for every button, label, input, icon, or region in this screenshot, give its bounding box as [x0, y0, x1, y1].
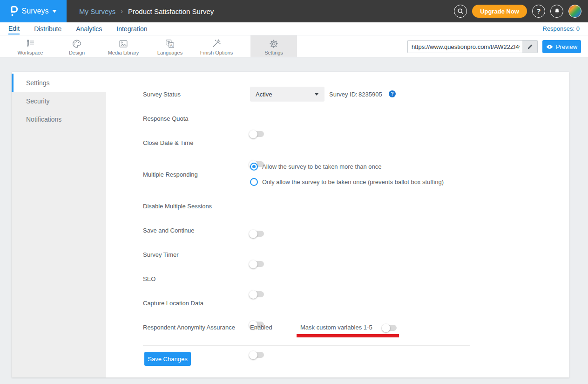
survey-timer-toggle[interactable]: [250, 291, 264, 297]
settings-sidebar: Settings Security Notifications: [12, 72, 106, 377]
sidebar-item-settings[interactable]: Settings: [12, 74, 106, 92]
survey-timer-label: Survey Timer: [143, 251, 179, 258]
pencil-icon: [527, 44, 533, 50]
toolbar-item-media-library[interactable]: Media Library: [100, 35, 147, 57]
toggle-knob: [249, 130, 257, 138]
preview-label: Preview: [556, 43, 577, 50]
tab-distribute[interactable]: Distribute: [34, 23, 61, 34]
toolbar-item-languages[interactable]: A Languages: [147, 35, 193, 57]
settings-icon: [268, 38, 280, 49]
survey-status-value: Active: [256, 91, 272, 98]
edit-toolbar: Workspace Design Media Library: [0, 35, 588, 57]
settings-card: Settings Security Notifications Survey S…: [12, 72, 569, 377]
questionpro-logo-icon: [10, 6, 18, 17]
page-title: Product Satisfaction Survey: [128, 7, 214, 15]
toggle-knob: [249, 351, 257, 359]
app-header: Surveys My Surveys › Product Satisfactio…: [0, 0, 588, 22]
toolbar-label: Design: [69, 50, 85, 55]
product-name: Surveys: [22, 7, 49, 15]
disable-multiple-sessions-toggle[interactable]: [250, 231, 264, 237]
tab-analytics[interactable]: Analytics: [76, 23, 102, 34]
breadcrumb-separator: ›: [121, 7, 123, 15]
toolbar-label: Media Library: [108, 50, 139, 55]
chevron-down-icon: [52, 10, 57, 13]
design-icon: [71, 38, 83, 49]
mask-custom-variables-label: Mask custom variables 1-5: [300, 324, 372, 331]
radio-option-label: Allow the survey to be taken more than o…: [262, 163, 382, 170]
survey-nav: Edit Distribute Analytics Integration Re…: [0, 22, 588, 35]
toolbar-label: Languages: [157, 50, 182, 55]
survey-status-select[interactable]: Active: [250, 87, 324, 102]
toggle-knob: [249, 230, 257, 238]
anonymity-status: Enabled: [250, 324, 272, 331]
sidebar-background: [12, 92, 106, 377]
responses-count[interactable]: Responses: 0: [543, 25, 580, 32]
bell-icon: [554, 7, 561, 15]
red-highlight-bar: [297, 334, 399, 337]
breadcrumb: My Surveys › Product Satisfaction Survey: [79, 7, 214, 15]
workspace-icon: [24, 38, 36, 49]
survey-url-input[interactable]: [408, 43, 522, 50]
finish-options-icon: [210, 38, 223, 49]
capture-location-data-toggle[interactable]: [250, 352, 264, 358]
breadcrumb-my-surveys[interactable]: My Surveys: [79, 7, 115, 15]
sidebar-item-label: Security: [26, 97, 50, 105]
response-quota-label: Response Quota: [143, 115, 189, 122]
multiple-responding-label: Multiple Responding: [143, 171, 198, 178]
radio-option-more-than-once[interactable]: Allow the survey to be taken more than o…: [250, 163, 382, 171]
survey-status-label: Survey Status: [143, 91, 181, 98]
section-divider-secondary: [470, 354, 549, 354]
survey-id-label: Survey ID:: [329, 91, 358, 98]
section-divider: [143, 345, 470, 346]
question-mark-icon: ?: [537, 7, 541, 15]
seo-label: SEO: [143, 275, 155, 282]
search-icon: [457, 7, 464, 15]
edit-url-button[interactable]: [522, 40, 537, 53]
close-date-time-label: Close Date & Time: [143, 139, 193, 146]
radio-checked-icon[interactable]: [250, 163, 258, 171]
sidebar-item-security[interactable]: Security: [12, 92, 106, 110]
help-button[interactable]: ?: [532, 5, 545, 18]
toggle-knob: [382, 324, 390, 332]
toggle-knob: [249, 260, 257, 268]
user-avatar[interactable]: [568, 5, 581, 18]
save-and-continue-toggle[interactable]: [250, 261, 264, 267]
tab-edit[interactable]: Edit: [8, 23, 20, 34]
toolbar-item-finish-options[interactable]: Finish Options: [193, 35, 240, 57]
media-library-icon: [117, 38, 129, 49]
sidebar-item-label: Settings: [26, 79, 50, 87]
save-and-continue-label: Save and Continue: [143, 227, 195, 234]
languages-icon: A: [164, 38, 176, 49]
survey-id-help-icon[interactable]: ?: [389, 90, 396, 97]
preview-button[interactable]: Preview: [542, 40, 581, 53]
radio-option-only-once[interactable]: Only allow the survey to be taken once (…: [250, 178, 444, 186]
notifications-button[interactable]: [550, 5, 563, 18]
toolbar-item-workspace[interactable]: Workspace: [7, 35, 54, 57]
search-button[interactable]: [454, 5, 467, 18]
survey-id-value: 8235905: [358, 91, 382, 98]
toolbar-item-settings[interactable]: Settings: [250, 35, 297, 57]
toolbar-label: Finish Options: [200, 50, 233, 55]
toolbar-label: Settings: [264, 50, 283, 55]
toolbar-label: Workspace: [18, 50, 43, 55]
radio-option-label: Only allow the survey to be taken once (…: [262, 178, 444, 185]
mask-custom-variables-toggle[interactable]: [383, 325, 397, 331]
save-changes-button[interactable]: Save Changes: [144, 352, 191, 366]
toolbar-item-design[interactable]: Design: [54, 35, 100, 57]
product-switcher[interactable]: Surveys: [0, 0, 67, 22]
radio-unchecked-icon[interactable]: [250, 178, 258, 186]
response-quota-toggle[interactable]: [250, 131, 264, 137]
header-actions: Upgrade Now ?: [454, 0, 581, 22]
sidebar-item-label: Notifications: [26, 116, 61, 123]
disable-multiple-sessions-label: Disable Multiple Sessions: [143, 203, 212, 210]
respondent-anonymity-label: Respondent Anonymity Assurance: [143, 324, 235, 331]
svg-text:A: A: [170, 43, 173, 48]
survey-url-field: [407, 40, 538, 53]
toggle-knob: [249, 290, 257, 299]
select-caret-icon: [314, 93, 319, 96]
sidebar-item-notifications[interactable]: Notifications: [12, 110, 106, 128]
capture-location-data-label: Capture Location Data: [143, 300, 203, 307]
tab-integration[interactable]: Integration: [116, 23, 147, 34]
upgrade-now-button[interactable]: Upgrade Now: [472, 5, 527, 18]
eye-icon: [546, 44, 553, 49]
